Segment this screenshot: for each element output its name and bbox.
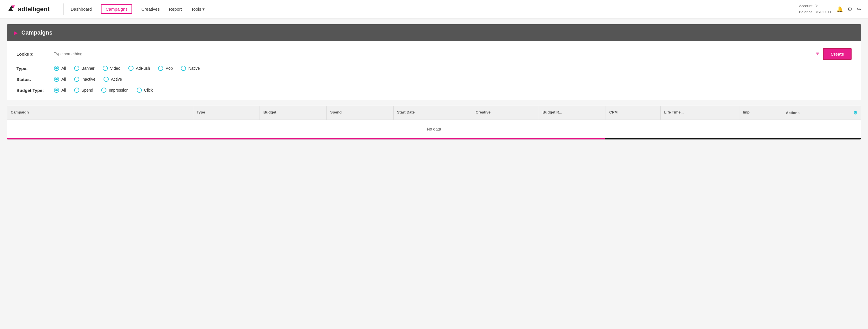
budget-impression[interactable]: Impression [101,88,128,93]
lookup-label: Lookup: [17,52,54,57]
budget-all[interactable]: All [54,88,66,93]
status-all[interactable]: All [54,77,66,82]
budget-spend[interactable]: Spend [74,88,93,93]
col-cpm: CPM [606,106,661,120]
type-row: Type: All Banner Video AdPush [17,66,851,71]
filter-icon-button[interactable] [815,51,820,57]
type-adpush[interactable]: AdPush [128,66,150,71]
status-active-radio[interactable] [103,77,109,82]
logo[interactable]: adtelligent [7,4,50,15]
lookup-input-wrap [54,50,809,58]
budget-all-radio[interactable] [54,88,59,93]
main-nav: Dashboard Campaigns Creatives Report Too… [71,4,205,14]
budget-spend-radio[interactable] [74,88,79,93]
account-id-line: Account ID: [799,3,831,9]
type-video[interactable]: Video [103,66,121,71]
status-radio-group: All Inactive Active [54,77,122,82]
type-all[interactable]: All [54,66,66,71]
type-banner[interactable]: Banner [74,66,95,71]
col-type: Type [193,106,260,120]
nav-report[interactable]: Report [169,5,182,13]
col-imp: Imp [739,106,782,120]
col-actions: Actions ⚙ [782,106,861,120]
type-video-radio[interactable] [103,66,108,71]
header-divider [63,3,64,15]
balance-line: Balance: USD 0.00 [799,9,831,15]
table-settings-icon[interactable]: ⚙ [853,110,857,116]
budget-type-label: Budget Type: [17,88,54,93]
col-lifetime: Life Time... [661,106,739,120]
filter-panel: Lookup: Create Type: All Ban [7,41,861,100]
header: adtelligent Dashboard Campaigns Creative… [0,0,868,19]
type-label: Type: [17,66,54,71]
logo-icon [7,4,16,15]
page-content: ▶ Campaigns Lookup: Create Type: All [0,19,868,145]
lookup-input[interactable] [54,50,809,58]
status-row: Status: All Inactive Active [17,77,851,82]
type-adpush-radio[interactable] [128,66,133,71]
budget-type-radio-group: All Spend Impression Click [54,88,153,93]
budget-click-radio[interactable] [137,88,142,93]
nav-tools[interactable]: Tools ▾ [191,5,205,13]
budget-click[interactable]: Click [137,88,153,93]
table-header: Campaign Type Budget Spend Start Date Cr… [7,106,861,120]
nav-creatives[interactable]: Creatives [141,5,159,13]
page-title-arrow-icon: ▶ [14,30,18,36]
progress-bar [7,138,861,139]
type-radio-group: All Banner Video AdPush Pop [54,66,200,71]
logout-button[interactable]: ↪ [857,6,861,12]
type-all-radio[interactable] [54,66,59,71]
header-right: Account ID: Balance: USD 0.00 🔔 ⚙ ↪ [793,3,861,15]
settings-button[interactable]: ⚙ [847,6,852,12]
col-spend: Spend [327,106,394,120]
status-all-radio[interactable] [54,77,59,82]
progress-bar-fill [7,138,605,139]
col-campaign: Campaign [7,106,193,120]
type-pop-radio[interactable] [158,66,163,71]
page-title: Campaigns [21,29,53,36]
status-label: Status: [17,77,54,82]
notifications-button[interactable]: 🔔 [837,6,843,12]
col-creative: Creative [472,106,539,120]
nav-dashboard[interactable]: Dashboard [71,5,92,13]
campaigns-table-panel: Campaign Type Budget Spend Start Date Cr… [7,106,861,140]
logo-text: adtelligent [18,5,50,13]
budget-impression-radio[interactable] [101,88,106,93]
header-icons: 🔔 ⚙ ↪ [837,6,861,12]
type-native[interactable]: Native [181,66,200,71]
col-budget: Budget [260,106,327,120]
type-pop[interactable]: Pop [158,66,173,71]
status-inactive-radio[interactable] [74,77,79,82]
lookup-row: Lookup: Create [17,48,851,60]
no-data-message: No data [7,120,861,138]
col-startdate: Start Date [394,106,472,120]
status-active[interactable]: Active [103,77,122,82]
type-banner-radio[interactable] [74,66,79,71]
col-budgetr: Budget R... [539,106,606,120]
budget-type-row: Budget Type: All Spend Impression Click [17,88,851,93]
page-title-bar: ▶ Campaigns [7,24,861,41]
nav-campaigns[interactable]: Campaigns [101,4,132,14]
chevron-down-icon: ▾ [203,7,205,12]
type-native-radio[interactable] [181,66,186,71]
create-btn-wrap: Create [815,48,851,60]
create-button[interactable]: Create [823,48,851,60]
account-info: Account ID: Balance: USD 0.00 [793,3,831,15]
status-inactive[interactable]: Inactive [74,77,95,82]
